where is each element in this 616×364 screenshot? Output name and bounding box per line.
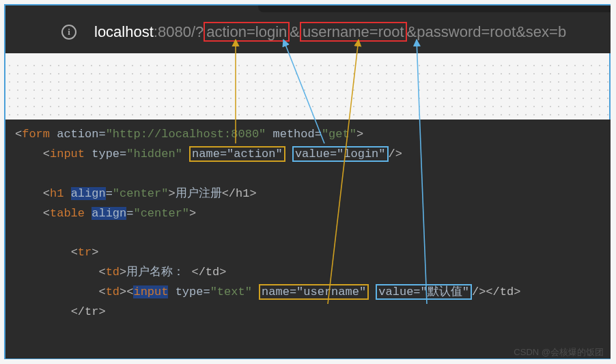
code-l10-ctag: </tr> (71, 305, 106, 318)
url-path: /? (191, 23, 204, 40)
code-l4-sp (64, 187, 70, 200)
code-l9-val-type: "text" (210, 285, 252, 298)
code-l2-attr-type: type (92, 148, 120, 160)
url-amp-2: & (407, 23, 417, 40)
code-l4-attr-align: align (71, 187, 106, 200)
code-l9-box-value-default: value="默认值" (376, 284, 472, 300)
code-l9-tag: td (106, 285, 120, 298)
code-l9-sp2 (252, 285, 259, 298)
code-l7-open: < (71, 246, 78, 259)
code-l2-tag: input (50, 148, 85, 160)
code-l8-sp (184, 266, 191, 279)
url-host: localhost (94, 23, 154, 40)
code-l2-box-value-login: value="login" (292, 146, 389, 162)
code-l5-open: < (43, 207, 50, 220)
code-l9-eq1: = (203, 285, 210, 298)
code-l5-val: "center" (133, 207, 189, 220)
code-l8-ctag: </td> (191, 266, 226, 279)
site-info-icon[interactable]: i (61, 25, 76, 40)
code-l2-eq1: = (120, 148, 126, 160)
code-l9-open: < (98, 285, 105, 298)
code-l9-input-end: /> (472, 285, 486, 298)
url-highlight-username: username=root (300, 22, 407, 42)
code-l8-text: 用户名称： (126, 266, 184, 279)
code-l9-close: > (120, 285, 126, 298)
code-l5-tag: table (50, 207, 85, 220)
code-l9-sp3 (369, 285, 376, 298)
tab-shadow (258, 5, 611, 12)
code-l2-box-name-action: name="action" (189, 146, 285, 162)
url-amp-1: & (290, 23, 300, 40)
code-l1-sp (50, 128, 57, 141)
code-l4-val: "center" (113, 187, 169, 200)
code-l5-sp (85, 207, 92, 220)
code-l9-input-tag: input (133, 285, 168, 298)
code-l1-eq1: = (98, 128, 105, 141)
code-l1-open: < (15, 128, 22, 141)
code-l9-box-name-username: name="username" (259, 284, 369, 300)
url-highlight-action: action=login (204, 22, 290, 42)
code-l4-text: 用户注册 (176, 187, 222, 200)
code-l4-eq: = (106, 187, 113, 200)
code-l1-val-method: "get" (322, 128, 356, 141)
code-l9-attr-type: type (176, 285, 204, 298)
code-l1-sp2 (266, 128, 272, 141)
code-l2-open: < (43, 148, 50, 160)
code-l8-close: > (120, 266, 126, 279)
url-port: :8080 (154, 23, 191, 40)
code-l4-close: > (168, 187, 175, 200)
code-l4-ctag: </h1> (222, 187, 257, 200)
code-l9-ctag: </td> (486, 285, 520, 298)
code-l1-attr-method: method (272, 128, 314, 141)
browser-address-bar: i localhost:8080/?action=login&username=… (5, 5, 611, 53)
code-l2-sp3 (285, 148, 292, 160)
code-l1-tag: form (22, 128, 50, 141)
code-l5-eq: = (126, 207, 133, 220)
code-l8-open: < (98, 266, 105, 279)
code-l5-attr-align: align (92, 207, 126, 220)
code-l9-isp (168, 285, 175, 298)
url-rest: password=root&sex=b (417, 23, 566, 40)
code-l2-sp2 (182, 148, 189, 160)
code-l7-close: > (92, 246, 98, 259)
code-l5-close: > (189, 207, 196, 220)
code-l7-tag: tr (78, 246, 92, 259)
code-l2-val-type: "hidden" (126, 148, 182, 160)
code-l2-end: /> (389, 148, 402, 160)
code-l4-open: < (43, 187, 50, 200)
code-l8-tag: td (106, 266, 120, 279)
code-l1-attr-action: action (57, 128, 98, 141)
code-l1-close: > (356, 128, 363, 141)
code-l2-sp (85, 148, 92, 160)
code-l4-tag: h1 (50, 187, 64, 200)
code-l9-input-open: < (126, 285, 133, 298)
code-l1-val-action: "http://localhost:8080" (106, 128, 266, 141)
url-text[interactable]: localhost:8080/?action=login&username=ro… (94, 23, 566, 41)
watermark: CSDN @会核爆的饭团 (514, 346, 604, 359)
code-l1-eq2: = (315, 128, 322, 141)
code-panel: <form action="http://localhost:8080" met… (5, 120, 611, 359)
dotted-background (5, 61, 611, 120)
